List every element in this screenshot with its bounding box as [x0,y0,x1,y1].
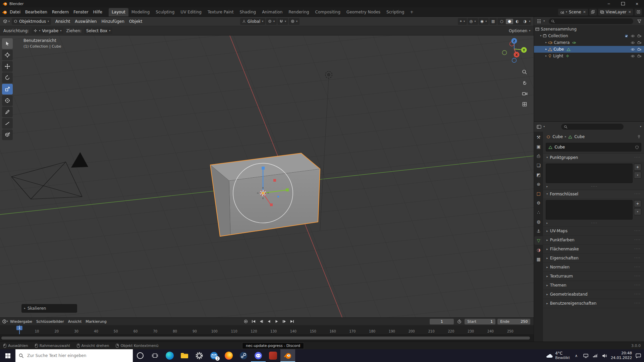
timeline-ruler[interactable]: 1020304050607080901001101201301401501601… [0,325,534,334]
operator-panel[interactable]: ▸ Skalieren [21,304,77,313]
viewlayer-selector[interactable]: ViewLayer × [598,9,633,15]
resize-grip-icon[interactable]: ···· [591,221,597,226]
menu-item[interactable]: Rendern [50,10,71,14]
taskbar-app-steam[interactable] [236,349,251,362]
tool-move[interactable] [2,61,13,72]
use-preview-range-button[interactable] [456,319,463,324]
hide-eye-icon[interactable] [631,55,635,58]
remove-viewlayer-icon[interactable]: × [628,10,631,14]
jump-to-start-button[interactable] [250,319,257,324]
show-gizmo-dropdown[interactable]: ◎ ▾ [468,18,478,25]
workspace-tab[interactable]: Sculpting [153,8,177,16]
minimize-button[interactable]: ─ [602,0,616,7]
taskbar-app-red[interactable] [266,349,280,362]
add-shape-key-button[interactable]: + [634,200,641,207]
menu-item[interactable]: Markierung [84,319,108,324]
tray-expand-chevron[interactable]: ∧ [573,354,579,358]
properties-tab-texture[interactable]: ▦ [534,255,543,263]
outliner-search[interactable] [549,18,633,24]
workspace-tab[interactable]: Layout [109,8,128,16]
tool-scale[interactable] [2,84,13,95]
viewport-canvas[interactable] [0,36,534,317]
properties-tab-physics[interactable]: ◍ [534,218,543,226]
properties-search[interactable] [561,124,624,130]
properties-panel-collapsed[interactable]: ▸ Punktfarben ···· [543,235,644,244]
properties-tab-object[interactable]: □ [534,189,543,198]
workspace-tab[interactable]: Texture Paint [205,8,236,16]
scene-selector[interactable]: ▾ Scene × [558,9,588,15]
start-button[interactable] [0,349,15,362]
editor-type-icon[interactable] [3,19,8,24]
workspace-tab[interactable]: Rendering [285,8,312,16]
taskbar-clock[interactable]: 20:48 24.01.2022 [611,351,632,360]
outliner-row-cube[interactable]: ▸ Cube [534,46,644,53]
camera-view-button[interactable] [520,89,529,98]
task-view-button[interactable] [148,349,162,362]
autokey-record-button[interactable] [243,319,249,324]
add-workspace-button[interactable]: + [407,10,416,14]
orientation-dropdown[interactable]: Global ▾ [240,18,265,25]
selectability-dropdown[interactable]: ⌖ ▾ [458,18,467,25]
taskbar-app-edge[interactable] [162,349,177,362]
cortana-button[interactable] [133,349,148,362]
workspace-tab[interactable]: Compositing [312,8,343,16]
menu-item[interactable]: Schlüsselbilder [34,319,66,324]
close-button[interactable]: × [630,0,644,7]
maximize-button[interactable] [616,0,630,7]
pin-icon[interactable] [637,135,641,139]
fake-user-shield-icon[interactable] [635,145,639,149]
outliner-row-light[interactable]: ▸ Light [534,53,644,59]
vertex-group-specials-button[interactable]: ▾ [634,172,641,179]
play-reverse-button[interactable] [266,319,272,324]
pivot-dropdown[interactable]: ▾ [266,18,277,25]
tray-monitor-icon[interactable] [583,354,589,358]
timeline-track-area[interactable]: 1020304050607080901001101201301401501601… [0,325,534,342]
breadcrumb-object[interactable]: Cube [552,134,563,139]
hide-eye-icon[interactable] [631,35,635,38]
properties-panel-collapsed[interactable]: ▸ Flächenmaske ···· [543,244,644,253]
properties-tab-world[interactable]: ⊛ [534,180,543,188]
shading-wireframe-button[interactable]: ○ [498,19,505,24]
disable-render-camera-icon[interactable] [637,54,641,58]
workspace-tab[interactable]: Scripting [383,8,407,16]
new-scene-button[interactable] [589,9,597,15]
tool-measure[interactable] [2,118,13,129]
weather-widget[interactable]: 4°CBewölkt [546,351,570,360]
properties-tab-tool[interactable]: ⚒ [534,133,543,141]
properties-tab-material[interactable]: ◑ [534,246,543,254]
vertex-groups-list[interactable] [546,164,633,183]
outliner-row-collection[interactable]: ▾ Collection [534,33,644,39]
optionen-dropdown[interactable]: Optionen ▾ [509,28,530,33]
blender-menu-icon[interactable] [2,9,7,15]
menu-item[interactable]: Datei [7,10,23,14]
properties-panel-collapsed[interactable]: ▸ Themen ···· [543,281,644,290]
ausrichtung-dropdown[interactable]: ▾ Vorgabe ▾ [32,27,63,34]
menu-item[interactable]: Auswählen [72,19,99,24]
properties-tab-view-layer[interactable]: ❏ [534,161,543,170]
properties-tab-object-data[interactable]: ▽ [534,236,543,245]
properties-tab-output[interactable]: ⎙ [534,152,543,160]
playhead-frame-chip[interactable]: 1 [16,326,22,330]
action-center-button[interactable] [635,353,641,358]
tool-annotate[interactable] [2,107,13,117]
tool-cursor[interactable] [2,50,13,60]
taskbar-app-firefox[interactable] [221,349,236,362]
frame-start-field[interactable]: Start 1 [465,319,495,324]
outliner-row-scene-collection[interactable]: Szenensammlung [534,26,644,33]
workspace-tab[interactable]: Shading [236,8,259,16]
panel-formschluessel-header[interactable]: ▾ Formschlüssel ···· [543,190,644,198]
play-button[interactable] [273,319,280,324]
properties-tab-particles[interactable]: ∴ [534,208,543,217]
axis-neg-y-ball[interactable] [502,51,507,55]
disable-render-camera-icon[interactable] [637,34,641,38]
exclude-checkbox-icon[interactable] [625,34,628,38]
ziehen-dropdown[interactable]: Select Box ▾ [84,27,112,34]
menu-item[interactable]: Fenster [71,10,91,14]
timeline-editor-icon[interactable] [2,319,7,324]
panel-punktgruppen-header[interactable]: ▾ Punktgruppen ···· [543,153,644,162]
menu-item[interactable]: Wiedergabe [8,319,34,324]
properties-tab-scene[interactable]: ◩ [534,171,543,179]
add-vertex-group-button[interactable]: + [634,164,641,171]
taskbar-search[interactable] [15,349,133,362]
taskbar-app-blender[interactable] [280,349,295,362]
